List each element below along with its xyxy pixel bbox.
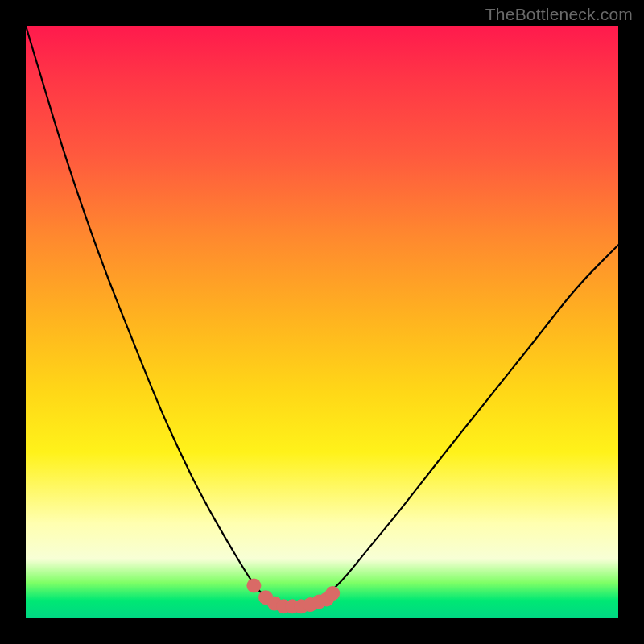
marker-dot [325,586,340,601]
chart-frame: TheBottleneck.com [0,0,644,644]
chart-svg [26,26,618,618]
plot-area [26,26,618,618]
bottleneck-curve [26,26,618,606]
watermark-text: TheBottleneck.com [485,5,633,24]
marker-dot [246,579,261,593]
bottom-cluster-markers [246,579,340,614]
curve-path [26,26,618,606]
